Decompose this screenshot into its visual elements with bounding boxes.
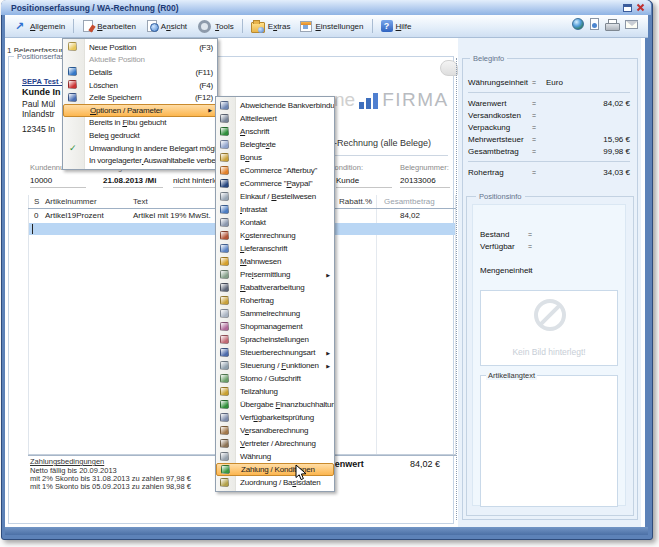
info-row-bestand: Bestand= — [480, 228, 618, 240]
total-value: 84,02 € — [358, 459, 440, 469]
menu-item-beleg-gedruckt[interactable]: Beleg gedruckt — [63, 129, 217, 142]
toolbar-button-bearbeiten[interactable]: Bearbeiten — [77, 18, 141, 34]
artikellangtext-box[interactable] — [480, 375, 618, 507]
table-cell[interactable]: Artikel19Prozent — [45, 211, 104, 220]
menu-item-löschen[interactable]: Löschen(F4) — [63, 79, 217, 92]
menu-item-zahlung-konditionen[interactable]: Zahlung / Konditionen — [216, 463, 334, 476]
column-header-text[interactable]: Text — [133, 197, 148, 206]
positionsinfo-legend: Positionsinfo — [476, 192, 525, 201]
menu-item-shopmanagement[interactable]: Shopmanagement — [216, 320, 334, 333]
article-image-placeholder: Kein Bild hinterlegt! — [480, 290, 618, 366]
toolbar-button-tools[interactable]: Tools — [192, 17, 239, 36]
einstellungen-icon — [300, 21, 312, 32]
menu-item-rohertrag[interactable]: Rohertrag — [216, 294, 334, 307]
menu-item-steuerberechnungsart[interactable]: Steuerberechnungsart▶ — [216, 346, 334, 359]
menu-item-intrastat[interactable]: Intrastat — [216, 203, 334, 216]
printer-icon[interactable] — [605, 19, 619, 30]
menu-item-lieferanschrift[interactable]: Lieferanschrift — [216, 242, 334, 255]
menu-item-anschrift[interactable]: Anschrift — [216, 125, 334, 138]
menu-item-währung[interactable]: Währung — [216, 450, 334, 463]
paypal-icon — [220, 179, 229, 188]
menu-item-spracheinstellungen[interactable]: Spracheinstellungen — [216, 333, 334, 346]
menu-item-ecommerce-afterbuy[interactable]: eCommerce "Afterbuy" — [216, 164, 334, 177]
table-cell[interactable]: Artikel mit 19% MwSt. — [133, 211, 211, 220]
info-row-verfügbar: Verfügbar= — [480, 240, 618, 252]
teilzahlung-icon — [220, 387, 229, 396]
header-separator — [334, 155, 448, 156]
menu-item-mahnwesen[interactable]: Mahnwesen — [216, 255, 334, 268]
table-cell[interactable]: 0 — [34, 211, 38, 220]
menu-item-neue-position[interactable]: Neue Position(F3) — [63, 41, 217, 54]
positionsinfo-rows: Bestand=Verfügbar=Mengeneinheit= — [480, 228, 618, 276]
menu-item-altteilewert[interactable]: Altteilewert — [216, 112, 334, 125]
info-row-rohertrag: Rohertrag=34,03 € — [468, 166, 630, 178]
details-icon — [68, 67, 77, 76]
mail-icon[interactable] — [625, 20, 638, 29]
menu-item-verfügbarkeitsprüfung[interactable]: Verfügbarkeitsprüfung — [216, 411, 334, 424]
column-header-artikelnummer[interactable]: Artikelnummer — [45, 197, 97, 206]
toolbar-button-ansicht[interactable]: Ansicht — [141, 18, 192, 34]
zahlungskondition-value[interactable]: Kunde — [336, 176, 392, 188]
menu-item-storno-gutschrift[interactable]: Storno / Gutschrift — [216, 372, 334, 385]
versand-icon — [220, 426, 229, 435]
toolbar-button-extras[interactable]: Extras — [246, 17, 296, 35]
submenu-arrow-icon: ▶ — [322, 363, 330, 369]
table-cell[interactable]: 84,02 — [328, 211, 420, 220]
kundennummer-value[interactable]: 10000 — [30, 176, 86, 188]
menu-item-rabattverarbeitung[interactable]: Rabattverarbeitung — [216, 281, 334, 294]
customer-contact: Paul Mül — [22, 99, 55, 109]
column-header-gesamtbetrag[interactable]: Gesamtbetrag — [384, 197, 435, 206]
panel-splitter[interactable] — [456, 58, 457, 520]
document-icon[interactable] — [590, 18, 599, 30]
menu-item-abweichende-bankverbindung[interactable]: Abweichende Bankverbindung — [216, 99, 334, 112]
rabatt-icon — [220, 283, 229, 292]
toolbar-button-allgemein[interactable]: Allgemein — [9, 18, 70, 35]
menu-item-optionen-parameter[interactable]: Optionen / Parameter▶ — [63, 104, 217, 117]
menu-item-in-vorgelagerter-auswahltabelle-verbergen[interactable]: In vorgelagerter Auswahltabelle verberge… — [63, 154, 217, 167]
restore-icon[interactable] — [623, 4, 632, 12]
menu-item-kontakt[interactable]: Kontakt — [216, 216, 334, 229]
menu-item-übergabe-finanzbuchhaltung[interactable]: Übergabe Finanzbuchhaltung — [216, 398, 334, 411]
menu-item-einkauf-bestellwesen[interactable]: Einkauf / Bestellwesen — [216, 190, 334, 203]
belegdatum-value[interactable]: 21.08.2013 /Mi — [103, 176, 163, 188]
globe-icon[interactable] — [572, 18, 584, 30]
toolbar-button-hilfe[interactable]: ?Hilfe — [376, 18, 417, 34]
beleginfo-rows: Währungseinheit=EuroWarenwert=84,02 €Ver… — [468, 76, 630, 178]
menu-item-bereits-in-fibu-gebucht[interactable]: Bereits in Fibu gebucht — [63, 117, 217, 130]
check-icon: ✓ — [69, 143, 76, 153]
menu-item-preisermittlung[interactable]: Preisermittlung▶ — [216, 268, 334, 281]
toolbar-separator — [73, 19, 74, 33]
menu-item-versandberechnung[interactable]: Versandberechnung — [216, 424, 334, 437]
menu-item-vertreter-abrechnung[interactable]: Vertreter / Abrechnung — [216, 437, 334, 450]
menu-item-teilzahlung[interactable]: Teilzahlung — [216, 385, 334, 398]
anschrift-icon — [220, 127, 229, 136]
titlebar[interactable]: Positionserfassung / WA-Rechnung (R00) — [1, 0, 651, 15]
info-separator — [468, 157, 630, 166]
equals-sign: = — [528, 267, 542, 274]
menu-item-kostenrechnung[interactable]: Kostenrechnung — [216, 229, 334, 242]
menu-item-zeile-speichern[interactable]: Zeile Speichern(F12) — [63, 91, 217, 104]
screenshot-stage: Positionserfassung / WA-Rechnung (R00) A… — [0, 0, 659, 547]
storno-icon — [220, 374, 229, 383]
toolbar-button-einstellungen[interactable]: Einstellungen — [295, 18, 368, 34]
window-controls — [623, 3, 645, 12]
menu-item-details[interactable]: Details(F11) — [63, 66, 217, 79]
menu-item-ecommerce-paypal[interactable]: eCommerce "Paypal" — [216, 177, 334, 190]
menu-item-sammelrechnung[interactable]: Sammelrechnung — [216, 307, 334, 320]
submenu-arrow-icon: ▶ — [322, 350, 330, 356]
equals-sign: = — [528, 243, 542, 250]
close-icon[interactable] — [636, 3, 645, 12]
sepa-test-link[interactable]: SEPA Test - — [22, 77, 63, 86]
column-header-s[interactable]: S — [34, 197, 39, 206]
währungseinheit-value: Euro — [546, 78, 630, 87]
menu-item-bonus[interactable]: Bonus — [216, 151, 334, 164]
belegnummer-value[interactable]: 20133006 — [400, 176, 450, 188]
company-logo: ne FIRMA — [334, 84, 449, 112]
menu-item-zuordnung-basisdaten[interactable]: Zuordnung / Basisdaten — [216, 476, 334, 489]
logo-brand: FIRMA — [382, 88, 449, 112]
menu-item-umwandlung-in-andere-belegart-möglich[interactable]: ✓Umwandlung in andere Belegart möglich — [63, 142, 217, 155]
submenu-arrow-icon: ▶ — [204, 107, 212, 113]
menu-item-steuerung-funktionen[interactable]: Steuerung / Funktionen▶ — [216, 359, 334, 372]
submenu-arrow-icon: ▶ — [322, 272, 330, 278]
menu-item-belegtexte[interactable]: Belegtexte — [216, 138, 334, 151]
